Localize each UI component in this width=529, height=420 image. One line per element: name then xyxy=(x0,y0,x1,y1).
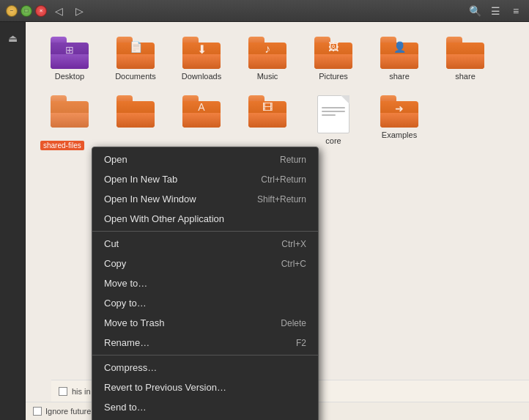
nav-buttons: ◁ ▷ xyxy=(51,4,86,18)
download-arrow-icon: ⬇ xyxy=(197,43,207,56)
menu-shortcut: Ctrl+X xyxy=(281,239,306,249)
picture-inner-icon: 🖼 xyxy=(328,41,339,53)
menu-separator xyxy=(92,231,318,232)
search-icon[interactable]: 🔍 xyxy=(467,4,482,18)
file-label: share xyxy=(389,72,410,81)
folder-music-icon: ♪ xyxy=(248,37,286,69)
context-menu: Open Return Open In New Tab Ctrl+Return … xyxy=(92,147,319,420)
menu-shortcut: Shift+Return xyxy=(257,194,306,205)
maximize-button[interactable]: □ xyxy=(21,5,32,17)
folder-examples-icon: ➜ xyxy=(380,95,418,128)
music-note-icon: ♪ xyxy=(264,43,270,56)
menu-item-label: Move to… xyxy=(104,278,147,289)
examples-arrow-icon: ➜ xyxy=(395,103,404,114)
folder2-icon xyxy=(116,95,155,128)
folder-public-icon: 👤 xyxy=(380,37,418,69)
selected-label: shared-files xyxy=(40,141,84,150)
menu-item-open-other-app[interactable]: Open With Other Application xyxy=(92,209,318,229)
notif-checkbox2[interactable] xyxy=(33,407,42,416)
file-label: Downloads xyxy=(182,72,221,81)
menu-item-cut[interactable]: Cut Ctrl+X xyxy=(92,234,318,254)
list-item[interactable]: ⬇ Downloads xyxy=(172,33,231,84)
view-toggle-icon[interactable]: ☰ xyxy=(488,4,503,18)
folder-shared-icon xyxy=(51,95,89,128)
menu-item-label: Open In New Window xyxy=(104,194,196,205)
title-bar: − □ × ◁ ▷ 🔍 ☰ ≡ xyxy=(0,0,529,22)
file-label: Examples xyxy=(382,130,417,139)
folder-desktop-icon: ⊞ xyxy=(51,37,89,69)
menu-item-label: Open xyxy=(104,154,127,165)
desktop-inner-icon: ⊞ xyxy=(65,44,74,56)
folder3-icon: A xyxy=(182,95,221,128)
toolbar-right: 🔍 ☰ ≡ xyxy=(467,4,523,18)
list-item[interactable]: core xyxy=(304,92,363,149)
file-label: share xyxy=(455,72,476,81)
close-button[interactable]: × xyxy=(35,5,47,17)
sidebar: ⏏ xyxy=(0,22,26,420)
list-item[interactable]: ➜ Examples xyxy=(370,92,429,149)
menu-item-label: Copy to… xyxy=(104,298,147,309)
doc-inner-icon: 📄 xyxy=(130,41,142,53)
menu-item-open-terminal[interactable]: Open in Terminal xyxy=(92,417,318,420)
menu-item-label: Cut xyxy=(104,238,119,249)
list-item[interactable]: ♪ Music xyxy=(238,33,297,84)
folder-downloads-icon: ⬇ xyxy=(182,37,221,69)
main-area: ⏏ ⊞ Desktop 📄 xyxy=(0,22,529,420)
menu-shortcut: Delete xyxy=(281,318,306,328)
menu-item-label: Copy xyxy=(104,258,126,269)
forward-icon[interactable]: ▷ xyxy=(72,4,86,18)
core-file-icon xyxy=(317,95,349,133)
menu-item-label: Open With Other Application xyxy=(104,213,224,224)
menu-icon[interactable]: ≡ xyxy=(508,4,523,18)
folder-share-icon xyxy=(446,37,484,69)
notif-checkbox1[interactable] xyxy=(59,387,67,396)
list-item[interactable]: ⊞ Desktop xyxy=(40,33,99,84)
menu-item-copy[interactable]: Copy Ctrl+C xyxy=(92,254,318,273)
list-item[interactable]: share xyxy=(436,33,495,84)
menu-item-label: Compress… xyxy=(104,362,157,373)
window-controls: − □ × xyxy=(6,5,47,17)
film-icon: 🎞 xyxy=(262,101,273,113)
list-item[interactable]: 👤 share xyxy=(370,33,429,84)
menu-item-move-to[interactable]: Move to… xyxy=(92,273,318,293)
file-label: Documents xyxy=(115,72,156,81)
file-label: Pictures xyxy=(319,72,348,81)
menu-item-send-to[interactable]: Send to… xyxy=(92,397,318,417)
menu-item-copy-to[interactable]: Copy to… xyxy=(92,293,318,313)
menu-item-open-new-window[interactable]: Open In New Window Shift+Return xyxy=(92,189,318,209)
list-item[interactable]: 🖼 Pictures xyxy=(304,33,363,84)
menu-item-label: Move to Trash xyxy=(104,317,164,328)
menu-item-open-new-tab[interactable]: Open In New Tab Ctrl+Return xyxy=(92,169,318,189)
menu-item-compress[interactable]: Compress… xyxy=(92,358,318,377)
file-grid-row2: shared-files A xyxy=(40,92,514,149)
menu-item-rename[interactable]: Rename… F2 xyxy=(92,333,318,353)
folder-documents-icon: 📄 xyxy=(116,37,155,69)
menu-shortcut: Return xyxy=(280,155,306,165)
menu-item-revert[interactable]: Revert to Previous Version… xyxy=(92,377,318,397)
menu-item-move-to-trash[interactable]: Move to Trash Delete xyxy=(92,313,318,333)
list-item[interactable] xyxy=(106,92,165,149)
menu-separator xyxy=(92,355,318,355)
menu-shortcut: Ctrl+C xyxy=(281,259,306,269)
menu-shortcut: Ctrl+Return xyxy=(261,174,306,185)
list-item[interactable]: 🎞 xyxy=(238,92,297,149)
folder-pictures-icon: 🖼 xyxy=(314,37,352,69)
list-item[interactable]: 📄 Documents xyxy=(106,33,165,84)
person-icon: 👤 xyxy=(393,41,406,53)
menu-item-open[interactable]: Open Return xyxy=(92,150,318,169)
back-icon[interactable]: ◁ xyxy=(51,4,66,18)
file-label: core xyxy=(325,136,341,145)
list-item[interactable]: shared-files xyxy=(40,92,99,149)
file-label: Desktop xyxy=(55,72,84,81)
file-label: Music xyxy=(257,72,278,81)
file-area: ⊞ Desktop 📄 Documents xyxy=(26,22,529,420)
menu-item-label: Revert to Previous Version… xyxy=(104,382,226,393)
folder4-icon: 🎞 xyxy=(248,95,286,128)
folder3-inner-icon: A xyxy=(198,101,204,113)
menu-item-label: Open In New Tab xyxy=(104,174,177,185)
eject-icon[interactable]: ⏏ xyxy=(4,29,21,47)
minimize-button[interactable]: − xyxy=(6,5,18,17)
menu-item-label: Send to… xyxy=(104,402,147,413)
list-item[interactable]: A xyxy=(172,92,231,149)
file-grid: ⊞ Desktop 📄 Documents xyxy=(40,33,514,84)
